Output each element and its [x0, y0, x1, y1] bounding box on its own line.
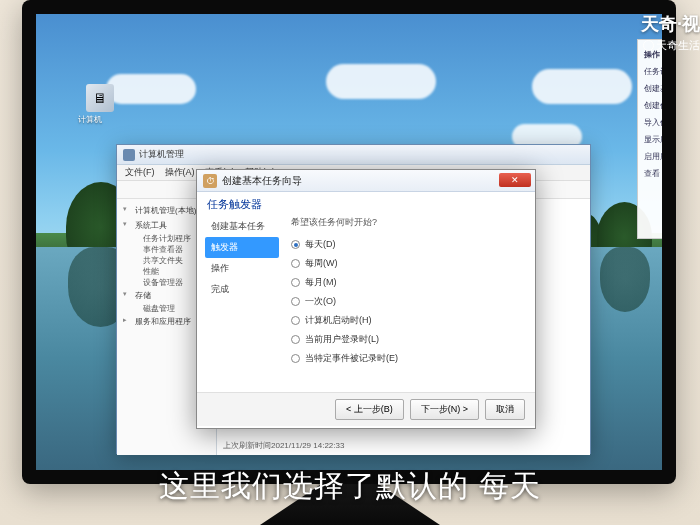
cloud — [326, 64, 436, 99]
action-item[interactable]: 启用所有任务历史 — [644, 148, 662, 165]
wizard-steps: 创建基本任务 触发器 操作 完成 — [205, 216, 279, 388]
action-item[interactable]: 查看 — [644, 165, 662, 182]
step-item-selected[interactable]: 触发器 — [205, 237, 279, 258]
cancel-button[interactable]: 取消 — [485, 399, 525, 420]
menu-file[interactable]: 文件(F) — [125, 166, 155, 179]
step-item[interactable]: 操作 — [205, 258, 279, 279]
desktop-icon-label: 计算机 — [78, 114, 102, 125]
dialog-title: 创建基本任务向导 — [222, 174, 302, 188]
step-item[interactable]: 创建基本任务 — [205, 216, 279, 237]
monitor-bezel: 🖥 计算机 计算机管理 文件(F) 操作(A) 查看(V) 帮助(H) 计算机管… — [22, 0, 676, 484]
status-text: 上次刷新时间2021/11/29 14:22:33 — [223, 440, 344, 451]
action-item[interactable]: 导入任务... — [644, 114, 662, 131]
step-item[interactable]: 完成 — [205, 279, 279, 300]
desktop-computer-icon[interactable]: 🖥 — [86, 84, 114, 112]
screen: 🖥 计算机 计算机管理 文件(F) 操作(A) 查看(V) 帮助(H) 计算机管… — [36, 14, 662, 470]
radio-event[interactable]: 当特定事件被记录时(E) — [291, 349, 527, 368]
action-item[interactable]: 创建基本任务... — [644, 80, 662, 97]
radio-label: 计算机启动时(H) — [305, 314, 372, 327]
dialog-heading: 任务触发器 — [197, 192, 535, 212]
create-task-wizard: ⏱ 创建基本任务向导 ✕ 任务触发器 创建基本任务 触发器 操作 完成 希望该任… — [196, 169, 536, 429]
next-button[interactable]: 下一步(N) > — [410, 399, 479, 420]
close-icon[interactable]: ✕ — [499, 173, 531, 187]
radio-icon — [291, 316, 300, 325]
radio-icon — [291, 354, 300, 363]
back-button[interactable]: < 上一步(B) — [335, 399, 404, 420]
dialog-body: 创建基本任务 触发器 操作 完成 希望该任务何时开始? 每天(D) 每周(W) … — [197, 212, 535, 392]
watermark-brand: 天奇·视 — [641, 12, 700, 36]
action-item[interactable]: 创建任务... — [644, 97, 662, 114]
action-item[interactable]: 任务计划程序 — [644, 63, 662, 80]
radio-icon — [291, 335, 300, 344]
window-titlebar[interactable]: 计算机管理 — [117, 145, 590, 165]
menu-action[interactable]: 操作(A) — [165, 166, 195, 179]
actions-panel: 操作 任务计划程序 创建基本任务... 创建任务... 导入任务... 显示所有… — [637, 39, 662, 239]
video-subtitle: 这里我们选择了默认的 每天 — [0, 466, 700, 507]
radio-label: 当特定事件被记录时(E) — [305, 352, 398, 365]
cloud — [106, 74, 196, 104]
lens-icon — [643, 40, 654, 51]
radio-label: 每周(W) — [305, 257, 338, 270]
radio-startup[interactable]: 计算机启动时(H) — [291, 311, 527, 330]
watermark-sub: 天奇生活 — [643, 38, 700, 53]
action-item[interactable]: 显示所有正在运行... — [644, 131, 662, 148]
cloud — [532, 69, 632, 104]
radio-daily[interactable]: 每天(D) — [291, 235, 527, 254]
radio-label: 当前用户登录时(L) — [305, 333, 379, 346]
dialog-titlebar[interactable]: ⏱ 创建基本任务向导 ✕ — [197, 170, 535, 192]
clock-icon: ⏱ — [203, 174, 217, 188]
radio-icon — [291, 278, 300, 287]
window-title: 计算机管理 — [139, 148, 184, 161]
radio-weekly[interactable]: 每周(W) — [291, 254, 527, 273]
radio-icon — [291, 240, 300, 249]
radio-icon — [291, 259, 300, 268]
prompt-label: 希望该任务何时开始? — [291, 216, 527, 229]
wizard-content: 希望该任务何时开始? 每天(D) 每周(W) 每月(M) 一次(O) 计算机启动… — [279, 216, 527, 388]
radio-label: 每天(D) — [305, 238, 336, 251]
watermark-sub-text: 天奇生活 — [656, 38, 700, 53]
tree-reflection — [600, 247, 650, 312]
radio-label: 一次(O) — [305, 295, 336, 308]
radio-once[interactable]: 一次(O) — [291, 292, 527, 311]
radio-monthly[interactable]: 每月(M) — [291, 273, 527, 292]
radio-icon — [291, 297, 300, 306]
radio-label: 每月(M) — [305, 276, 337, 289]
radio-logon[interactable]: 当前用户登录时(L) — [291, 330, 527, 349]
dialog-footer: < 上一步(B) 下一步(N) > 取消 — [197, 392, 535, 426]
app-icon — [123, 149, 135, 161]
